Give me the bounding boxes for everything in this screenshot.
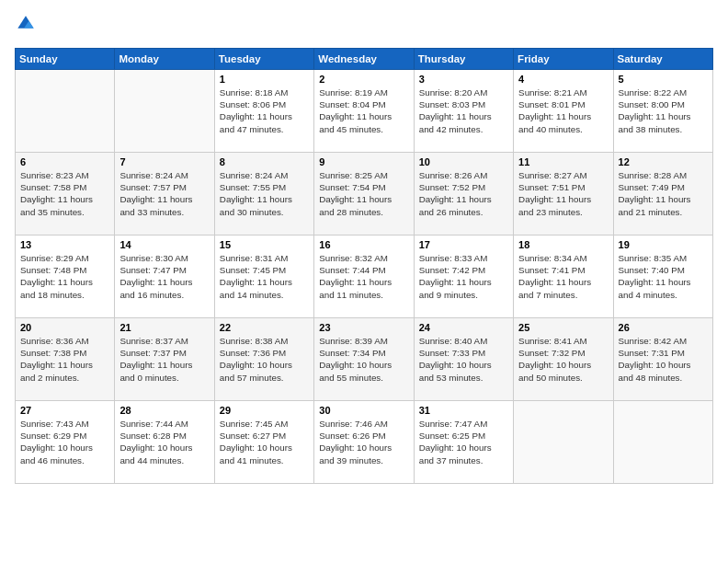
calendar-cell: 19Sunrise: 8:35 AMSunset: 7:40 PMDayligh… <box>613 236 712 318</box>
calendar-cell: 28Sunrise: 7:44 AMSunset: 6:28 PMDayligh… <box>115 401 214 484</box>
weekday-header: Tuesday <box>214 49 313 70</box>
weekday-header: Saturday <box>613 49 712 70</box>
day-info: Sunrise: 8:36 AMSunset: 7:38 PMDaylight:… <box>20 335 109 384</box>
calendar-cell: 18Sunrise: 8:34 AMSunset: 7:41 PMDayligh… <box>514 236 613 318</box>
logo <box>15 15 35 37</box>
day-info: Sunrise: 8:19 AMSunset: 8:04 PMDaylight:… <box>319 86 408 135</box>
calendar-cell: 21Sunrise: 8:37 AMSunset: 7:37 PMDayligh… <box>115 318 214 401</box>
day-number: 10 <box>419 156 508 167</box>
day-number: 16 <box>319 239 408 250</box>
calendar-cell: 2Sunrise: 8:19 AMSunset: 8:04 PMDaylight… <box>314 70 414 153</box>
day-number: 18 <box>518 239 608 250</box>
calendar-cell <box>514 401 613 484</box>
calendar-week-row: 27Sunrise: 7:43 AMSunset: 6:29 PMDayligh… <box>16 401 713 484</box>
calendar-cell <box>115 70 214 153</box>
day-number: 27 <box>20 405 109 416</box>
day-info: Sunrise: 7:44 AMSunset: 6:28 PMDaylight:… <box>119 418 209 466</box>
day-info: Sunrise: 8:31 AMSunset: 7:45 PMDaylight:… <box>220 252 309 301</box>
day-number: 30 <box>319 405 408 416</box>
day-info: Sunrise: 8:28 AMSunset: 7:49 PMDaylight:… <box>619 169 708 218</box>
day-info: Sunrise: 8:39 AMSunset: 7:34 PMDaylight:… <box>319 335 408 384</box>
day-info: Sunrise: 8:32 AMSunset: 7:44 PMDaylight:… <box>319 252 408 301</box>
day-info: Sunrise: 8:21 AMSunset: 8:01 PMDaylight:… <box>518 86 608 135</box>
day-number: 24 <box>419 322 508 333</box>
day-number: 1 <box>220 74 309 85</box>
day-info: Sunrise: 8:35 AMSunset: 7:40 PMDaylight:… <box>619 252 708 301</box>
calendar-cell: 3Sunrise: 8:20 AMSunset: 8:03 PMDaylight… <box>414 70 513 153</box>
day-info: Sunrise: 8:40 AMSunset: 7:33 PMDaylight:… <box>419 335 508 384</box>
day-number: 31 <box>419 405 508 416</box>
calendar-week-row: 6Sunrise: 8:23 AMSunset: 7:58 PMDaylight… <box>16 153 713 236</box>
day-info: Sunrise: 7:43 AMSunset: 6:29 PMDaylight:… <box>20 418 109 466</box>
calendar-table: SundayMondayTuesdayWednesdayThursdayFrid… <box>15 48 713 484</box>
day-number: 19 <box>619 239 708 250</box>
calendar-cell: 6Sunrise: 8:23 AMSunset: 7:58 PMDaylight… <box>16 153 115 236</box>
calendar-cell: 25Sunrise: 8:41 AMSunset: 7:32 PMDayligh… <box>514 318 613 401</box>
day-info: Sunrise: 8:24 AMSunset: 7:57 PMDaylight:… <box>119 169 209 218</box>
day-number: 29 <box>220 405 309 416</box>
day-number: 4 <box>518 74 608 85</box>
day-info: Sunrise: 8:42 AMSunset: 7:31 PMDaylight:… <box>619 335 708 384</box>
calendar-cell: 14Sunrise: 8:30 AMSunset: 7:47 PMDayligh… <box>115 236 214 318</box>
day-number: 2 <box>319 74 408 85</box>
day-info: Sunrise: 8:29 AMSunset: 7:48 PMDaylight:… <box>20 252 109 301</box>
calendar-cell: 23Sunrise: 8:39 AMSunset: 7:34 PMDayligh… <box>314 318 414 401</box>
calendar-cell: 31Sunrise: 7:47 AMSunset: 6:25 PMDayligh… <box>414 401 513 484</box>
day-info: Sunrise: 8:30 AMSunset: 7:47 PMDaylight:… <box>119 252 209 301</box>
day-number: 9 <box>319 156 408 167</box>
day-number: 7 <box>119 156 209 167</box>
calendar-cell: 10Sunrise: 8:26 AMSunset: 7:52 PMDayligh… <box>414 153 513 236</box>
day-number: 23 <box>319 322 408 333</box>
calendar-cell: 22Sunrise: 8:38 AMSunset: 7:36 PMDayligh… <box>214 318 313 401</box>
calendar-week-row: 1Sunrise: 8:18 AMSunset: 8:06 PMDaylight… <box>16 70 713 153</box>
day-info: Sunrise: 8:41 AMSunset: 7:32 PMDaylight:… <box>518 335 608 384</box>
day-number: 14 <box>119 239 209 250</box>
weekday-header: Sunday <box>16 49 115 70</box>
day-number: 12 <box>619 156 708 167</box>
calendar-header-row: SundayMondayTuesdayWednesdayThursdayFrid… <box>16 49 713 70</box>
day-info: Sunrise: 8:37 AMSunset: 7:37 PMDaylight:… <box>119 335 209 384</box>
day-number: 11 <box>518 156 608 167</box>
calendar-cell: 24Sunrise: 8:40 AMSunset: 7:33 PMDayligh… <box>414 318 513 401</box>
day-number: 8 <box>220 156 309 167</box>
weekday-header: Thursday <box>414 49 513 70</box>
day-info: Sunrise: 7:45 AMSunset: 6:27 PMDaylight:… <box>220 418 309 466</box>
calendar-cell: 13Sunrise: 8:29 AMSunset: 7:48 PMDayligh… <box>16 236 115 318</box>
calendar-cell: 17Sunrise: 8:33 AMSunset: 7:42 PMDayligh… <box>414 236 513 318</box>
calendar-cell: 29Sunrise: 7:45 AMSunset: 6:27 PMDayligh… <box>214 401 313 484</box>
day-number: 17 <box>419 239 508 250</box>
calendar-cell: 9Sunrise: 8:25 AMSunset: 7:54 PMDaylight… <box>314 153 414 236</box>
day-number: 3 <box>419 74 508 85</box>
calendar-week-row: 20Sunrise: 8:36 AMSunset: 7:38 PMDayligh… <box>16 318 713 401</box>
day-info: Sunrise: 8:38 AMSunset: 7:36 PMDaylight:… <box>220 335 309 384</box>
day-info: Sunrise: 7:46 AMSunset: 6:26 PMDaylight:… <box>319 418 408 466</box>
calendar-week-row: 13Sunrise: 8:29 AMSunset: 7:48 PMDayligh… <box>16 236 713 318</box>
calendar-cell: 4Sunrise: 8:21 AMSunset: 8:01 PMDaylight… <box>514 70 613 153</box>
day-number: 22 <box>220 322 309 333</box>
calendar-cell <box>16 70 115 153</box>
calendar-cell: 27Sunrise: 7:43 AMSunset: 6:29 PMDayligh… <box>16 401 115 484</box>
day-info: Sunrise: 8:18 AMSunset: 8:06 PMDaylight:… <box>220 86 309 135</box>
weekday-header: Wednesday <box>314 49 414 70</box>
calendar-cell: 30Sunrise: 7:46 AMSunset: 6:26 PMDayligh… <box>314 401 414 484</box>
day-info: Sunrise: 8:26 AMSunset: 7:52 PMDaylight:… <box>419 169 508 218</box>
day-number: 25 <box>518 322 608 333</box>
day-info: Sunrise: 8:22 AMSunset: 8:00 PMDaylight:… <box>619 86 708 135</box>
day-info: Sunrise: 8:25 AMSunset: 7:54 PMDaylight:… <box>319 169 408 218</box>
day-info: Sunrise: 8:27 AMSunset: 7:51 PMDaylight:… <box>518 169 608 218</box>
calendar-cell: 15Sunrise: 8:31 AMSunset: 7:45 PMDayligh… <box>214 236 313 318</box>
calendar-cell: 11Sunrise: 8:27 AMSunset: 7:51 PMDayligh… <box>514 153 613 236</box>
day-info: Sunrise: 8:33 AMSunset: 7:42 PMDaylight:… <box>419 252 508 301</box>
calendar-cell <box>613 401 712 484</box>
calendar-cell: 7Sunrise: 8:24 AMSunset: 7:57 PMDaylight… <box>115 153 214 236</box>
day-number: 13 <box>20 239 109 250</box>
day-number: 26 <box>619 322 708 333</box>
calendar-cell: 5Sunrise: 8:22 AMSunset: 8:00 PMDaylight… <box>613 70 712 153</box>
day-number: 28 <box>119 405 209 416</box>
day-info: Sunrise: 7:47 AMSunset: 6:25 PMDaylight:… <box>419 418 508 466</box>
day-number: 6 <box>20 156 109 167</box>
calendar-cell: 20Sunrise: 8:36 AMSunset: 7:38 PMDayligh… <box>16 318 115 401</box>
day-number: 21 <box>119 322 209 333</box>
calendar-cell: 16Sunrise: 8:32 AMSunset: 7:44 PMDayligh… <box>314 236 414 318</box>
day-number: 5 <box>619 74 708 85</box>
